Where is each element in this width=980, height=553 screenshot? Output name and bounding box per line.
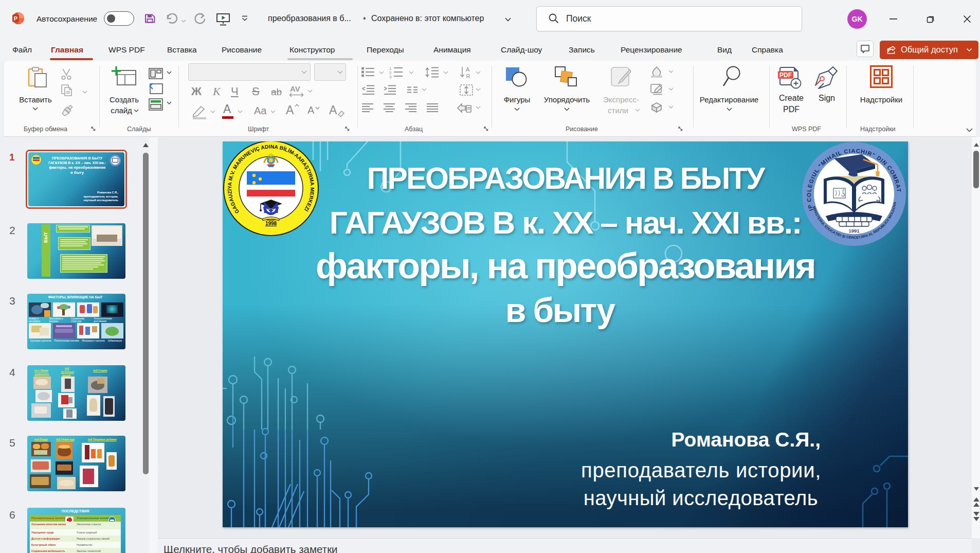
svg-text:3: 3	[389, 75, 392, 79]
svg-text:Я: Я	[466, 73, 470, 79]
svg-text:PDF: PDF	[779, 72, 792, 79]
svg-text:P: P	[14, 15, 17, 22]
svg-text:AV: AV	[290, 84, 300, 93]
svg-text:А: А	[466, 66, 470, 73]
